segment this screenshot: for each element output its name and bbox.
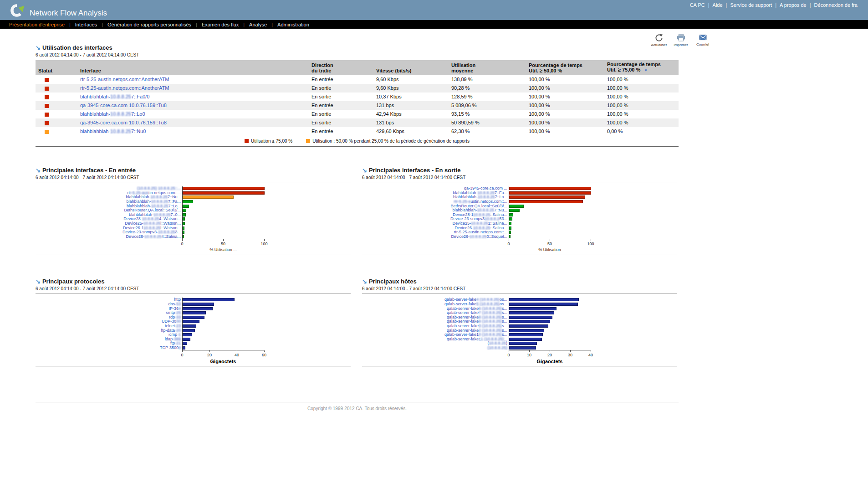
chart-bar-label[interactable]: rdp-33 bbox=[36, 315, 182, 320]
chart-bar-label[interactable]: Device26-110.8.8.25l::Watson... bbox=[36, 226, 182, 230]
chart-bar-label[interactable]: qalab-server-fake5 (10.8.8.25)os... bbox=[362, 302, 509, 307]
header-link[interactable]: Déconnexion de fra bbox=[814, 2, 858, 8]
chart-bar[interactable] bbox=[183, 213, 186, 216]
interface-link[interactable]: qa-3945-core.ca.com 10.0.76.159::Tu8 bbox=[80, 103, 167, 108]
chart-bar[interactable] bbox=[183, 324, 196, 328]
chart-bar[interactable] bbox=[509, 311, 554, 314]
column-header-utilization[interactable]: Utilisationmoyenne bbox=[449, 60, 526, 75]
chart-bar[interactable] bbox=[183, 316, 204, 319]
chart-bar[interactable] bbox=[509, 187, 591, 190]
chart-bar[interactable] bbox=[183, 329, 195, 332]
nav-item[interactable]: Génération de rapports personnalisés bbox=[107, 22, 191, 27]
chart-bar-label[interactable]: rtr-5.25-austin.netqos.com::... bbox=[362, 200, 509, 204]
chart-bar[interactable] bbox=[509, 307, 557, 310]
nav-item[interactable]: Analyse bbox=[249, 22, 267, 27]
chart-bar[interactable] bbox=[183, 209, 186, 212]
chart-bar-label[interactable]: qalab-server-fake7 (10.8.8.25)s... bbox=[362, 311, 509, 315]
chart-bar-label[interactable]: dns-53 bbox=[36, 302, 182, 307]
chart-bar[interactable] bbox=[509, 342, 537, 345]
chart-bar[interactable] bbox=[183, 235, 184, 238]
chart-bar-label[interactable]: IP-364 bbox=[36, 306, 182, 311]
header-link[interactable]: Service de support bbox=[730, 2, 772, 8]
chart-bar[interactable] bbox=[509, 333, 543, 336]
header-link[interactable]: CA PC bbox=[690, 2, 705, 8]
chart-bar-label[interactable]: qalab-server-fake2 (10.8.8.25)s... bbox=[362, 328, 509, 333]
chart-bar-label[interactable]: Device28-110.8.8.25::Salina... bbox=[362, 213, 509, 217]
column-header-direction[interactable]: Directiondu trafic bbox=[309, 60, 373, 75]
interface-link[interactable]: blahblahblah-10.8.8.257::Lo0 bbox=[80, 111, 145, 117]
chart-bar-label[interactable]: (10.8.8.25) 10.8.8.25::... bbox=[36, 186, 182, 191]
chart-bar-label[interactable]: blahblahblah-10.8.8.257::Lo... bbox=[36, 204, 182, 208]
chart-bar-label[interactable]: http bbox=[36, 298, 182, 302]
drilldown-arrow-icon[interactable]: ↘ bbox=[36, 45, 41, 51]
drilldown-arrow-icon[interactable]: ↘ bbox=[362, 167, 367, 173]
chart-bar[interactable] bbox=[509, 191, 591, 195]
chart-bar-label[interactable]: Device25-10.8.8.251::Salina... bbox=[362, 221, 509, 226]
chart-bar-label[interactable]: qalab-server-fake4 (10.8.8.25)os... bbox=[362, 298, 509, 302]
header-link[interactable]: Aide bbox=[713, 2, 723, 8]
column-header-interface[interactable]: Interface bbox=[77, 60, 309, 75]
nav-item[interactable]: Examen des flux bbox=[202, 22, 239, 27]
chart-bar[interactable] bbox=[509, 324, 548, 328]
chart-bar-label[interactable]: blahblahblah-10.8.8.257::Lo... bbox=[362, 195, 509, 200]
chart-bar-label[interactable]: (10.8.8.25) bbox=[362, 341, 509, 346]
chart-bar[interactable] bbox=[183, 338, 190, 341]
chart-bar-label[interactable]: ftp-21 bbox=[36, 341, 182, 346]
chart-bar[interactable] bbox=[183, 333, 192, 336]
chart-bar-label[interactable]: Device26-10.8.8.25::Salina... bbox=[362, 226, 509, 230]
refresh-button[interactable]: Actualiser bbox=[650, 33, 668, 47]
chart-bar[interactable] bbox=[183, 231, 184, 234]
chart-bar[interactable] bbox=[509, 200, 583, 203]
drilldown-arrow-icon[interactable]: ↘ bbox=[362, 278, 367, 284]
chart-bar[interactable] bbox=[183, 226, 184, 230]
drilldown-arrow-icon[interactable]: ↘ bbox=[36, 278, 41, 284]
chart-bar-label[interactable]: blahblahblah-10.8.8.257::Nu... bbox=[36, 195, 182, 200]
chart-bar-label[interactable]: ldap-389 bbox=[36, 337, 182, 341]
chart-bar-label[interactable]: rtr-5.25-austin.netqos.com::... bbox=[36, 191, 182, 195]
chart-bar-label[interactable]: UDP-3000 bbox=[36, 319, 182, 324]
chart-bar[interactable] bbox=[509, 316, 552, 319]
chart-bar-label[interactable]: icmp-1 bbox=[36, 333, 182, 337]
drilldown-arrow-icon[interactable]: ↘ bbox=[36, 167, 41, 173]
interface-link[interactable]: qa-3945-core.ca.com 10.0.76.159::Tu8 bbox=[80, 120, 167, 125]
chart-bar-label[interactable]: blahblahblah-10.8.8.257::Fa... bbox=[362, 191, 509, 195]
chart-bar-label[interactable]: qalab-server-fake10 (10.8.8.25)s... bbox=[362, 333, 509, 337]
chart-bar-label[interactable]: qalab-server-fake9 (10.8.8.25)s... bbox=[362, 319, 509, 324]
chart-bar-label[interactable]: blahblahblah-10.8.8.257::0... bbox=[36, 213, 182, 217]
chart-bar[interactable] bbox=[183, 346, 185, 350]
chart-bar[interactable] bbox=[509, 205, 524, 208]
chart-bar-label[interactable]: qalab-server-fake6 (10.8.8.25)s... bbox=[362, 306, 509, 311]
nav-item[interactable]: Administration bbox=[277, 22, 309, 27]
column-header-pct50[interactable]: Pourcentage de tempsUtil. ≥ 50,00 % bbox=[526, 60, 604, 75]
chart-bar-label[interactable]: blahblahblah-10.8.8.257::Fa... bbox=[36, 200, 182, 204]
chart-bar-label[interactable]: qalab-server-fake11 (10.8.8.25)... bbox=[362, 337, 509, 341]
nav-item[interactable]: Interfaces bbox=[75, 22, 97, 27]
chart-bar[interactable] bbox=[509, 217, 512, 221]
chart-bar-label[interactable]: TCP-35000 bbox=[36, 346, 182, 350]
chart-bar[interactable] bbox=[183, 187, 265, 190]
chart-bar[interactable] bbox=[183, 217, 185, 221]
chart-bar-label[interactable]: blahblahblah-10.8.8.257::Nu... bbox=[362, 208, 509, 213]
chart-bar[interactable] bbox=[509, 298, 579, 301]
column-header-status[interactable]: Statut bbox=[36, 60, 77, 75]
chart-bar-label[interactable]: Device26-10.8.8.250::Soquel... bbox=[362, 235, 509, 239]
header-link[interactable]: A propos de bbox=[780, 2, 807, 8]
chart-bar[interactable] bbox=[183, 303, 214, 306]
chart-bar[interactable] bbox=[509, 338, 542, 341]
interface-link[interactable]: rtr-5.25-austin.netqos.com::AnotherATM bbox=[80, 85, 169, 91]
email-button[interactable]: Courriel bbox=[694, 33, 712, 47]
chart-bar[interactable] bbox=[509, 346, 536, 350]
chart-bar[interactable] bbox=[183, 342, 187, 345]
interface-link[interactable]: rtr-5.25-austin.netqos.com::AnotherATM bbox=[80, 77, 169, 82]
chart-bar[interactable] bbox=[183, 320, 199, 323]
chart-bar[interactable] bbox=[509, 226, 511, 230]
chart-bar-label[interactable]: telnet-23 bbox=[36, 324, 182, 329]
chart-bar-label[interactable]: Device25-10.8.8.25l::Watson... bbox=[36, 221, 182, 226]
chart-bar[interactable] bbox=[509, 320, 550, 323]
chart-bar[interactable] bbox=[183, 195, 234, 199]
chart-bar[interactable] bbox=[509, 222, 511, 225]
chart-bar[interactable] bbox=[183, 307, 213, 310]
column-header-pct75[interactable]: Pourcentage de tempsUtil. ≥ 75,00 %▼ bbox=[604, 60, 679, 75]
chart-bar[interactable] bbox=[183, 205, 189, 208]
chart-bar-label[interactable]: ftp-data-20 bbox=[36, 328, 182, 333]
